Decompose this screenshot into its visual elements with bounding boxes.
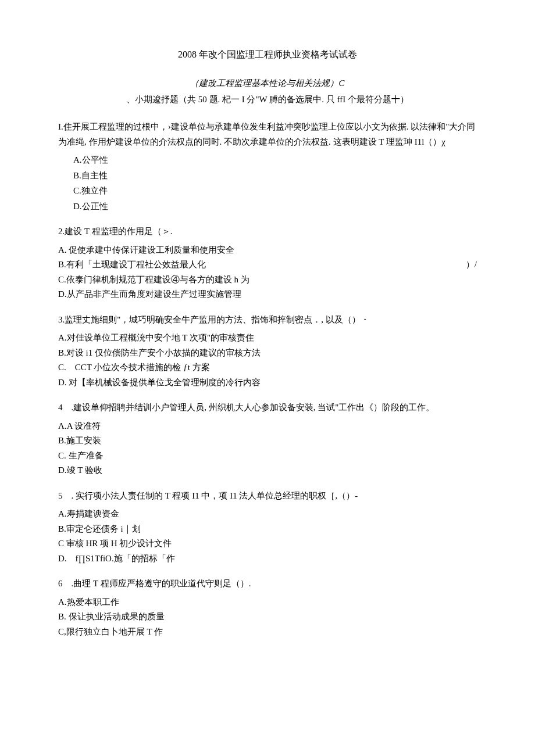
exam-subtitle: （建改工程监理基本性论与相关法规）C [58, 76, 477, 91]
q1-option-d: D.公正性 [73, 199, 477, 214]
q1-stem: I.住开展工程监理的过根中，›建设单位与承建单位发生利益冲突吵监理上位应以小文为… [58, 120, 477, 149]
subtitle-text: （建改工程监理基本性论与相关法规）C [190, 78, 344, 88]
q6-option-a: A.热爱本职工作 [58, 595, 477, 610]
q2-option-b-right: ）/ [466, 257, 477, 273]
q2-option-b: B.有利「土现建设丁程社公效益最人化 [58, 257, 206, 273]
q3-option-b: B.对设 i1 仅位偿防生产安个小故描的建议的审核方法 [58, 346, 477, 361]
q2-option-b-row: B.有利「土现建设丁程社公效益最人化 ）/ [58, 257, 477, 273]
q1-options: A.公平性 B.自主性 C.独立件 D.公正性 [58, 153, 477, 214]
q1-option-a: A.公平性 [73, 153, 477, 168]
q2-option-d: D.从产品非产生而角度对建设生产过理实施管理 [58, 287, 477, 302]
q2-option-c: C.依泰门律机制规范丁程建设④与各方的建设 h 为 [58, 273, 477, 288]
q4-option-c: C. 生产准备 [58, 449, 477, 464]
q1-option-b: B.自主性 [73, 169, 477, 184]
q4-options: Λ.A 设准符 B.施工安装 C. 生产准备 D.竣 T 验收 [58, 419, 477, 478]
q4-option-b: B.施工安装 [58, 433, 477, 449]
q5-option-c: C 审核 HR 项 H 初少设计文件 [58, 536, 477, 551]
q6-stem: 6 .曲理 T 程师应严格遵守的职业道代守则足（）. [58, 576, 477, 592]
q3-stem: 3.监理丈施细则"，城巧明确安全牛产监用的方法、指饰和捽制密点．, 以及（）・ [58, 313, 477, 328]
q1-option-c: C.独立件 [73, 184, 477, 199]
q5-option-b: B.审定仑还债务 i｜划 [58, 522, 477, 537]
q2-option-a: A. 促使承建中传保讦建设工利质量和使用安全 [58, 243, 477, 258]
q6-option-c: C,限行独立白卜地开展 T 作 [58, 625, 477, 640]
q5-option-d: D. f∏S1TfiO.施「的招标「作 [58, 551, 477, 567]
exam-instruction: 、小期逡抒题（共 50 题. 杞一 I 分"W 膊的备选展中. 只 ffI 个最… [58, 92, 477, 108]
q6-option-b: B. 保让执业活动成果的质量 [58, 610, 477, 625]
q4-option-a: Λ.A 设准符 [58, 419, 477, 434]
q5-option-a: A.寿捐建谀资金 [58, 507, 477, 522]
q4-stem: 4 .建设单仰招聘并结训小户管理人员, 州织机大人心参加设备安装, 当试"工作出… [58, 400, 477, 415]
q3-option-d: D. 对【率机械设备提供单位戈全管理制度的冷行内容 [58, 375, 477, 390]
q2-stem: 2.建设 T 程监理的作用足（＞. [58, 224, 477, 239]
q3-option-a: A.对佳设单位工程概㳘中安个地 T 次项"的审核责住 [58, 331, 477, 346]
q5-stem: 5 . 实行项小法人责任制的 T 程项 I1 中，项 I1 法人单位总经理的职权… [58, 489, 477, 504]
exam-title: 2008 年改个国监理工程师执业资格考试试卷 [58, 46, 477, 62]
q4-option-d: D.竣 T 验收 [58, 463, 477, 478]
q3-option-c: C. CCT 小位次今技术措施的检 ƒt 方案 [58, 360, 477, 375]
